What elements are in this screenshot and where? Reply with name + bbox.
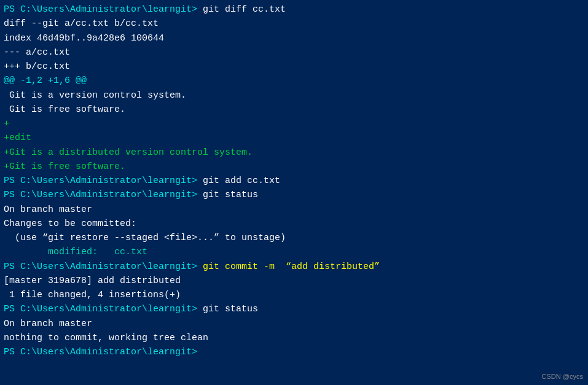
terminal-text: 1 file changed, 4 insertions(+): [4, 290, 181, 300]
terminal-text: Git is a version control system.: [4, 90, 186, 101]
terminal-text: diff --git a/cc.txt b/cc.txt: [4, 18, 159, 29]
terminal-text: (use “git restore --staged <file>...” to…: [4, 233, 286, 243]
terminal-line-l1: PS C:\Users\Administrator\learngit> git …: [4, 2, 584, 17]
terminal-text: On branch master: [4, 319, 92, 329]
terminal-line-l16: Changes to be committed:: [4, 217, 584, 231]
terminal-line-l6: @@ -1,2 +1,6 @@: [4, 74, 584, 88]
terminal-text: git diff cc.txt: [203, 4, 286, 15]
terminal-line-l2: diff --git a/cc.txt b/cc.txt: [4, 17, 584, 31]
terminal-line-l22: 1 file changed, 4 insertions(+): [4, 288, 584, 302]
terminal-line-l25: nothing to commit, working tree clean: [4, 331, 584, 345]
terminal-text: [master 319a678] add distributed: [4, 276, 181, 286]
terminal-text: +edit: [4, 133, 31, 143]
terminal-text: +Git is a distributed version control sy…: [4, 147, 253, 158]
terminal-line-l26: PS C:\Users\Administrator\learngit>: [4, 345, 584, 359]
terminal-line-l9: +: [4, 117, 584, 131]
terminal-text: PS C:\Users\Administrator\learngit>: [4, 176, 203, 186]
terminal-text: --- a/cc.txt: [4, 47, 70, 58]
terminal-line-l13: PS C:\Users\Administrator\learngit> git …: [4, 174, 584, 188]
terminal-text: +Git is free software.: [4, 161, 125, 172]
terminal-window: PS C:\Users\Administrator\learngit> git …: [0, 0, 588, 385]
terminal-text: git status: [203, 304, 258, 314]
terminal-text: +++ b/cc.txt: [4, 61, 70, 72]
terminal-line-l17: (use “git restore --staged <file>...” to…: [4, 231, 584, 245]
terminal-line-l14: PS C:\Users\Administrator\learngit> git …: [4, 188, 584, 202]
terminal-text: git commit -m “add distributed”: [203, 262, 380, 272]
terminal-line-l11: +Git is a distributed version control sy…: [4, 146, 584, 160]
terminal-text: PS C:\Users\Administrator\learngit>: [4, 262, 203, 272]
terminal-text: PS C:\Users\Administrator\learngit>: [4, 347, 203, 357]
terminal-line-l21: [master 319a678] add distributed: [4, 274, 584, 288]
terminal-line-l12: +Git is free software.: [4, 160, 584, 174]
terminal-line-l3: index 46d49bf..9a428e6 100644: [4, 31, 584, 45]
terminal-text: nothing to commit, working tree clean: [4, 333, 208, 343]
terminal-line-l8: Git is free software.: [4, 103, 584, 117]
terminal-text: PS C:\Users\Administrator\learngit>: [4, 4, 203, 15]
terminal-line-l24: On branch master: [4, 317, 584, 331]
terminal-line-l5: +++ b/cc.txt: [4, 60, 584, 74]
terminal-text: git add cc.txt: [203, 176, 280, 186]
terminal-text: Git is free software.: [4, 104, 125, 115]
terminal-text: modified: cc.txt: [4, 247, 147, 257]
terminal-line-l4: --- a/cc.txt: [4, 45, 584, 60]
terminal-line-l18: modified: cc.txt: [4, 245, 584, 259]
terminal-line-l15: On branch master: [4, 203, 584, 217]
terminal-text: git status: [203, 190, 258, 200]
terminal-text: +: [4, 119, 9, 129]
terminal-line-l20: PS C:\Users\Administrator\learngit> git …: [4, 260, 584, 274]
terminal-text: @@ -1,2 +1,6 @@: [4, 76, 87, 86]
terminal-line-l10: +edit: [4, 131, 584, 145]
terminal-text: index 46d49bf..9a428e6 100644: [4, 33, 164, 44]
terminal-line-l7: Git is a version control system.: [4, 88, 584, 103]
terminal-text: PS C:\Users\Administrator\learngit>: [4, 304, 203, 314]
watermark: CSDN @cycs: [542, 373, 583, 380]
terminal-text: On branch master: [4, 204, 92, 215]
terminal-text: Changes to be committed:: [4, 219, 136, 229]
terminal-line-l23: PS C:\Users\Administrator\learngit> git …: [4, 302, 584, 316]
terminal-text: PS C:\Users\Administrator\learngit>: [4, 190, 203, 200]
